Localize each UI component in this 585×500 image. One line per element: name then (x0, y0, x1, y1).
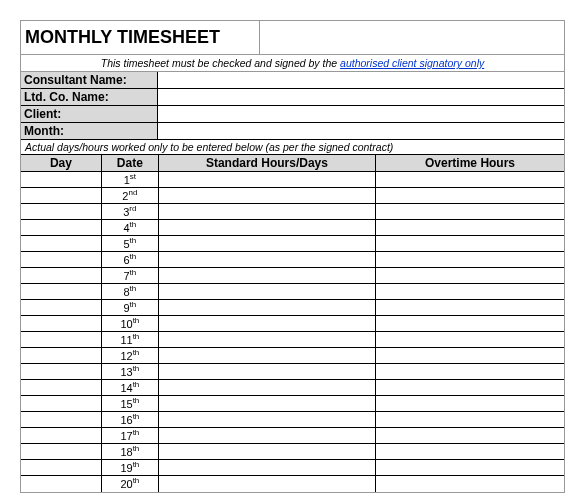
cell-standard[interactable] (158, 460, 375, 476)
cell-standard[interactable] (158, 332, 375, 348)
cell-day[interactable] (21, 236, 101, 252)
date-number: 17 (120, 430, 132, 442)
cell-standard[interactable] (158, 428, 375, 444)
cell-day[interactable] (21, 188, 101, 204)
cell-day[interactable] (21, 476, 101, 492)
cell-day[interactable] (21, 364, 101, 380)
cell-day[interactable] (21, 316, 101, 332)
cell-overtime[interactable] (376, 460, 564, 476)
date-suffix: th (133, 364, 140, 373)
cell-date: 12th (101, 348, 158, 364)
field-row: Ltd. Co. Name: (21, 89, 564, 106)
table-row: 17th (21, 428, 564, 444)
cell-day[interactable] (21, 204, 101, 220)
cell-standard[interactable] (158, 412, 375, 428)
cell-date: 2nd (101, 188, 158, 204)
cell-overtime[interactable] (376, 252, 564, 268)
cell-standard[interactable] (158, 284, 375, 300)
cell-date: 9th (101, 300, 158, 316)
field-value[interactable] (158, 106, 564, 122)
timesheet-document: MONTHLY TIMESHEET This timesheet must be… (20, 20, 565, 493)
date-suffix: rd (129, 204, 136, 213)
cell-day[interactable] (21, 380, 101, 396)
cell-day[interactable] (21, 460, 101, 476)
cell-overtime[interactable] (376, 220, 564, 236)
cell-overtime[interactable] (376, 428, 564, 444)
table-row: 9th (21, 300, 564, 316)
cell-overtime[interactable] (376, 364, 564, 380)
cell-standard[interactable] (158, 172, 375, 188)
cell-date: 5th (101, 236, 158, 252)
cell-day[interactable] (21, 172, 101, 188)
field-value[interactable] (158, 89, 564, 105)
date-suffix: th (133, 348, 140, 357)
cell-overtime[interactable] (376, 204, 564, 220)
date-suffix: th (133, 476, 140, 485)
title-row: MONTHLY TIMESHEET (21, 21, 564, 55)
date-suffix: th (133, 332, 140, 341)
table-row: 11th (21, 332, 564, 348)
cell-day[interactable] (21, 428, 101, 444)
cell-overtime[interactable] (376, 268, 564, 284)
cell-standard[interactable] (158, 444, 375, 460)
cell-overtime[interactable] (376, 348, 564, 364)
cell-standard[interactable] (158, 268, 375, 284)
table-row: 13th (21, 364, 564, 380)
cell-standard[interactable] (158, 300, 375, 316)
date-suffix: th (133, 460, 140, 469)
cell-standard[interactable] (158, 236, 375, 252)
date-number: 11 (120, 334, 132, 346)
cell-overtime[interactable] (376, 332, 564, 348)
cell-overtime[interactable] (376, 284, 564, 300)
field-label: Month: (21, 123, 158, 139)
field-value[interactable] (158, 72, 564, 88)
cell-standard[interactable] (158, 220, 375, 236)
cell-overtime[interactable] (376, 380, 564, 396)
cell-day[interactable] (21, 444, 101, 460)
date-suffix: th (130, 284, 137, 293)
cell-day[interactable] (21, 220, 101, 236)
cell-overtime[interactable] (376, 396, 564, 412)
cell-standard[interactable] (158, 348, 375, 364)
cell-standard[interactable] (158, 316, 375, 332)
cell-day[interactable] (21, 300, 101, 316)
cell-date: 8th (101, 284, 158, 300)
cell-day[interactable] (21, 396, 101, 412)
cell-standard[interactable] (158, 380, 375, 396)
table-row: 5th (21, 236, 564, 252)
table-row: 1st (21, 172, 564, 188)
cell-day[interactable] (21, 348, 101, 364)
notice-link[interactable]: authorised client signatory only (340, 57, 484, 69)
cell-standard[interactable] (158, 396, 375, 412)
field-value[interactable] (158, 123, 564, 139)
cell-overtime[interactable] (376, 236, 564, 252)
cell-day[interactable] (21, 252, 101, 268)
notice-row: This timesheet must be checked and signe… (21, 55, 564, 72)
date-suffix: th (133, 444, 140, 453)
date-suffix: th (133, 380, 140, 389)
col-overtime: Overtime Hours (376, 155, 564, 172)
cell-day[interactable] (21, 412, 101, 428)
cell-day[interactable] (21, 268, 101, 284)
date-number: 18 (120, 446, 132, 458)
cell-overtime[interactable] (376, 412, 564, 428)
cell-date: 14th (101, 380, 158, 396)
cell-overtime[interactable] (376, 316, 564, 332)
cell-standard[interactable] (158, 204, 375, 220)
cell-day[interactable] (21, 332, 101, 348)
table-row: 20th (21, 476, 564, 492)
cell-overtime[interactable] (376, 476, 564, 492)
cell-standard[interactable] (158, 188, 375, 204)
cell-day[interactable] (21, 284, 101, 300)
cell-date: 13th (101, 364, 158, 380)
cell-standard[interactable] (158, 364, 375, 380)
cell-overtime[interactable] (376, 444, 564, 460)
cell-standard[interactable] (158, 476, 375, 492)
cell-overtime[interactable] (376, 172, 564, 188)
cell-overtime[interactable] (376, 300, 564, 316)
cell-standard[interactable] (158, 252, 375, 268)
date-suffix: th (133, 412, 140, 421)
table-row: 16th (21, 412, 564, 428)
date-number: 12 (120, 350, 132, 362)
cell-overtime[interactable] (376, 188, 564, 204)
